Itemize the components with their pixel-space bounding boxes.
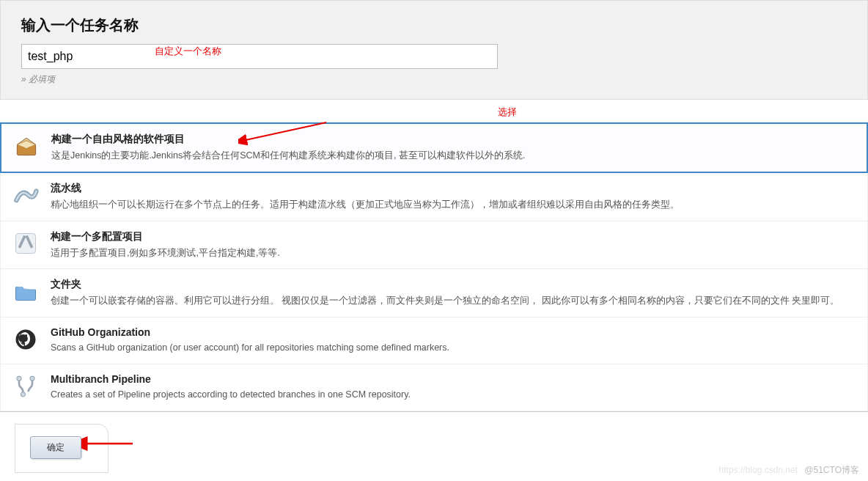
option-desc: 这是Jenkins的主要功能.Jenkins将会结合任何SCM和任何构建系统来构… bbox=[51, 149, 525, 163]
svg-point-11 bbox=[21, 392, 25, 396]
option-pipeline[interactable]: 流水线精心地组织一个可以长期运行在多个节点上的任务。适用于构建流水线（更加正式地… bbox=[0, 173, 868, 221]
svg-point-9 bbox=[17, 376, 21, 381]
annotation-input-hint: 自定义一个名称 bbox=[155, 45, 221, 58]
option-title: Multibranch Pipeline bbox=[51, 373, 411, 385]
multiconfig-icon bbox=[12, 230, 39, 257]
folder-icon bbox=[12, 278, 39, 304]
annotation-select-hint-wrap: 选择 bbox=[0, 106, 868, 119]
option-desc: 精心地组织一个可以长期运行在多个节点上的任务。适用于构建流水线（更加正式地应当称… bbox=[51, 198, 680, 212]
option-freestyle[interactable]: 构建一个自由风格的软件项目这是Jenkins的主要功能.Jenkins将会结合任… bbox=[0, 122, 868, 173]
option-github-org[interactable]: GitHub OrganizationScans a GitHub organi… bbox=[0, 317, 868, 364]
annotation-arrow-ok bbox=[81, 435, 140, 452]
option-multibranch[interactable]: Multibranch PipelineCreates a set of Pip… bbox=[0, 364, 868, 411]
task-name-input[interactable] bbox=[21, 44, 498, 69]
name-panel: 输入一个任务名称 自定义一个名称 » 必填项 bbox=[0, 0, 868, 100]
option-desc: 适用于多配置项目,例如多环境测试,平台指定构建,等等. bbox=[51, 246, 280, 260]
option-folder[interactable]: 文件夹创建一个可以嵌套存储的容器。利用它可以进行分组。 视图仅仅是一个过滤器，而… bbox=[0, 269, 868, 317]
github-org-icon bbox=[12, 326, 39, 353]
option-title: 构建一个多配置项目 bbox=[51, 230, 280, 243]
required-note: » 必填项 bbox=[21, 73, 847, 86]
option-desc: Creates a set of Pipeline projects accor… bbox=[51, 388, 411, 402]
option-multiconfig[interactable]: 构建一个多配置项目适用于多配置项目,例如多环境测试,平台指定构建,等等. bbox=[0, 221, 868, 270]
page-title: 输入一个任务名称 bbox=[21, 15, 847, 35]
option-title: 流水线 bbox=[51, 182, 680, 195]
svg-point-10 bbox=[30, 376, 34, 381]
ok-button[interactable]: 确定 bbox=[30, 436, 81, 459]
option-title: GitHub Organization bbox=[51, 326, 449, 338]
option-desc: 创建一个可以嵌套存储的容器。利用它可以进行分组。 视图仅仅是一个过滤器，而文件夹… bbox=[51, 294, 839, 308]
project-type-list: 构建一个自由风格的软件项目这是Jenkins的主要功能.Jenkins将会结合任… bbox=[0, 122, 868, 411]
option-desc: Scans a GitHub organization (or user acc… bbox=[51, 341, 449, 355]
pipeline-icon bbox=[12, 182, 39, 208]
option-title: 构建一个自由风格的软件项目 bbox=[51, 133, 525, 146]
footer: 确定 bbox=[0, 411, 868, 473]
ok-container: 确定 bbox=[15, 424, 108, 473]
freestyle-icon bbox=[13, 133, 40, 159]
annotation-select-hint: 选择 bbox=[498, 106, 517, 117]
multibranch-icon bbox=[12, 373, 39, 400]
option-title: 文件夹 bbox=[51, 278, 839, 291]
